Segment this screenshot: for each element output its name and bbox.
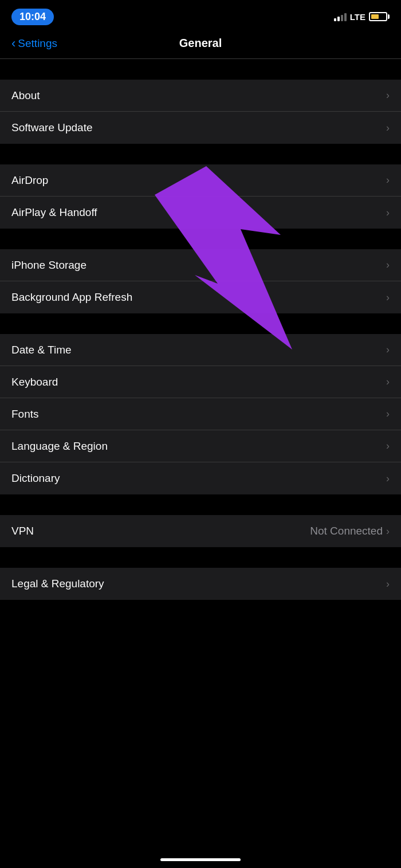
battery	[369, 12, 390, 21]
legal-regulatory-row-left: Legal & Regulatory	[11, 578, 104, 590]
keyboard-label: Keyboard	[11, 376, 58, 388]
background-app-refresh-row-left: Background App Refresh	[11, 291, 132, 304]
airplay-handoff-row-right: ›	[386, 207, 390, 219]
vpn-row-right: Not Connected ›	[310, 525, 390, 537]
airdrop-chevron-icon: ›	[386, 174, 390, 186]
background-app-refresh-row-right: ›	[386, 292, 390, 304]
iphone-storage-label: iPhone Storage	[11, 259, 87, 272]
fonts-row-left: Fonts	[11, 408, 39, 421]
date-time-row-right: ›	[386, 344, 390, 356]
about-label: About	[11, 89, 40, 102]
battery-fill	[371, 14, 379, 19]
iphone-storage-row[interactable]: iPhone Storage ›	[0, 249, 401, 281]
airplay-handoff-row-left: AirPlay & Handoff	[11, 206, 97, 219]
language-region-label: Language & Region	[11, 440, 108, 453]
background-app-refresh-chevron-icon: ›	[386, 292, 390, 304]
vpn-label: VPN	[11, 525, 34, 537]
signal-bars	[334, 12, 347, 21]
signal-bar-4	[344, 13, 347, 21]
section-gap-6	[0, 547, 401, 568]
iphone-storage-row-right: ›	[386, 259, 390, 271]
airdrop-row[interactable]: AirDrop ›	[0, 164, 401, 197]
dictionary-row-left: Dictionary	[11, 472, 60, 485]
iphone-storage-row-left: iPhone Storage	[11, 259, 87, 272]
fonts-label: Fonts	[11, 408, 39, 421]
section-3: iPhone Storage › Background App Refresh …	[0, 249, 401, 313]
about-row-right: ›	[386, 89, 390, 101]
section-4: Date & Time › Keyboard › Fonts › Languag…	[0, 334, 401, 494]
signal-bar-1	[334, 18, 336, 21]
section-gap-1	[0, 59, 401, 80]
about-row-left: About	[11, 89, 40, 102]
background-app-refresh-row[interactable]: Background App Refresh ›	[0, 281, 401, 313]
vpn-row[interactable]: VPN Not Connected ›	[0, 515, 401, 547]
back-button[interactable]: ‹ Settings	[11, 37, 57, 50]
language-region-row[interactable]: Language & Region ›	[0, 430, 401, 462]
legal-regulatory-row[interactable]: Legal & Regulatory ›	[0, 568, 401, 600]
date-time-chevron-icon: ›	[386, 344, 390, 356]
about-row[interactable]: About ›	[0, 80, 401, 112]
status-bar: 10:04 LTE	[0, 0, 401, 31]
nav-bar: ‹ Settings General	[0, 31, 401, 58]
vpn-row-left: VPN	[11, 525, 34, 537]
software-update-row[interactable]: Software Update ›	[0, 112, 401, 144]
back-chevron-icon: ‹	[11, 37, 15, 50]
airdrop-row-right: ›	[386, 174, 390, 186]
section-gap-5	[0, 494, 401, 515]
dictionary-row[interactable]: Dictionary ›	[0, 462, 401, 494]
iphone-storage-chevron-icon: ›	[386, 259, 390, 271]
language-region-row-left: Language & Region	[11, 440, 108, 453]
page-title: General	[179, 37, 222, 50]
lte-label: LTE	[350, 12, 365, 22]
battery-tip	[388, 14, 390, 19]
software-update-row-right: ›	[386, 122, 390, 134]
airplay-handoff-row[interactable]: AirPlay & Handoff ›	[0, 197, 401, 229]
signal-bar-2	[337, 17, 340, 21]
airdrop-row-left: AirDrop	[11, 174, 48, 187]
section-gap-4	[0, 313, 401, 334]
fonts-chevron-icon: ›	[386, 408, 390, 420]
section-5: VPN Not Connected ›	[0, 515, 401, 547]
dictionary-row-right: ›	[386, 473, 390, 485]
date-time-row[interactable]: Date & Time ›	[0, 334, 401, 366]
keyboard-chevron-icon: ›	[386, 376, 390, 388]
home-indicator	[160, 858, 241, 861]
background-app-refresh-label: Background App Refresh	[11, 291, 132, 304]
signal-bar-3	[341, 15, 343, 21]
vpn-value: Not Connected	[310, 525, 383, 537]
legal-regulatory-label: Legal & Regulatory	[11, 578, 104, 590]
section-gap-2	[0, 144, 401, 164]
software-update-chevron-icon: ›	[386, 122, 390, 134]
airplay-handoff-chevron-icon: ›	[386, 207, 390, 219]
fonts-row[interactable]: Fonts ›	[0, 398, 401, 430]
legal-regulatory-row-right: ›	[386, 578, 390, 590]
language-region-chevron-icon: ›	[386, 440, 390, 452]
software-update-row-left: Software Update	[11, 121, 93, 134]
section-6: Legal & Regulatory ›	[0, 568, 401, 600]
section-1: About › Software Update ›	[0, 80, 401, 144]
airdrop-label: AirDrop	[11, 174, 48, 187]
keyboard-row-right: ›	[386, 376, 390, 388]
dictionary-chevron-icon: ›	[386, 473, 390, 485]
date-time-label: Date & Time	[11, 344, 72, 356]
dictionary-label: Dictionary	[11, 472, 60, 485]
status-right: LTE	[334, 12, 390, 22]
battery-body	[369, 12, 387, 21]
keyboard-row-left: Keyboard	[11, 376, 58, 388]
vpn-chevron-icon: ›	[386, 525, 390, 537]
language-region-row-right: ›	[386, 440, 390, 452]
about-chevron-icon: ›	[386, 89, 390, 101]
section-gap-3	[0, 229, 401, 249]
section-2: AirDrop › AirPlay & Handoff ›	[0, 164, 401, 229]
status-time: 10:04	[11, 9, 54, 25]
software-update-label: Software Update	[11, 121, 93, 134]
legal-regulatory-chevron-icon: ›	[386, 578, 390, 590]
airplay-handoff-label: AirPlay & Handoff	[11, 206, 97, 219]
fonts-row-right: ›	[386, 408, 390, 420]
keyboard-row[interactable]: Keyboard ›	[0, 366, 401, 398]
date-time-row-left: Date & Time	[11, 344, 72, 356]
back-label: Settings	[18, 37, 57, 50]
